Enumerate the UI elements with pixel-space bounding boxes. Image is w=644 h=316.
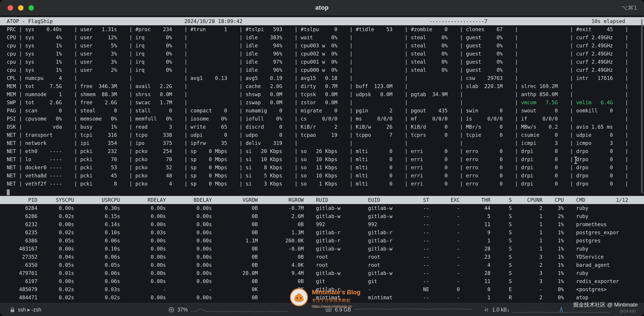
atop-system-row-psi: PSI | cpusome 0% | memsome 0% | memfull …	[0, 115, 644, 123]
process-row: 6232 0.00s 0.14s 0.00s 0.00s 0B 0B 992 9…	[0, 220, 644, 228]
atop-system-row-dsk: DSK | vda | busy 1% | read 3 | write 65 …	[0, 123, 644, 131]
watermark-text: Mintimate's Blog 专注于分享技术教程 https://www.m…	[312, 288, 360, 309]
atop-system-row-net: NET | vetha8d ---- | pcki 45 | pcko 48 |…	[0, 172, 644, 180]
process-row: 6350 0.05s 0.05s 0.00s 0.00s 0B 4.0K roo…	[0, 261, 644, 269]
atop-system-row-mem: MEM | numnode 1 | shmem 88.3M | shrss 0.…	[0, 90, 644, 98]
atop-system-row-cpu: cpu | sys 1% | user 5% | irq 0% | | idle…	[0, 41, 644, 50]
process-row: 6235 0.02s 0.10s 0.03s 0.00s 0B 1.3M git…	[0, 228, 644, 237]
atop-system-row-net: NET | network | ipi 354 | ipo 375 | ipfr…	[0, 139, 644, 147]
window-shortcut-hint: ⌥⌘1	[622, 4, 637, 11]
terminal-content[interactable]: ATOP - FlagShip 2024/10/28 18:09:42 ----…	[0, 16, 644, 303]
terminal-cursor	[7, 189, 10, 195]
atop-system-row-cpu: CPU | sys 4% | user 12% | irq 0% | | idl…	[0, 33, 644, 41]
minimize-button[interactable]	[18, 5, 24, 10]
atop-system-row-net: NET | eth0 ---- | pcki 232 | pcko 254 | …	[0, 147, 644, 155]
process-row: 6284 0.00s 0.30s 0.00s 0.00s 0B -0.7M gi…	[0, 204, 644, 212]
watermark-title: Mintimate's Blog	[312, 289, 360, 296]
watermark-mintimate: Mintimate's Blog 专注于分享技术教程 https://www.m…	[290, 288, 360, 309]
blank-line	[0, 188, 644, 196]
process-row: 6286 0.02s 0.15s 0.00s 0.00s 0B 2.6M git…	[0, 212, 644, 220]
watermark-subtitle: 专注于分享技术教程	[312, 298, 360, 303]
atop-system-row-net: NET | transport | tcpi 316 | tcpo 338 | …	[0, 131, 644, 139]
session-label: ssh ▸ -zsh	[18, 307, 41, 313]
process-row: 27352 0.04s 0.06s 0.00s 0.00s 0B 0B root…	[0, 253, 644, 261]
terminal-window: atop ⌥⌘1 ATOP - FlagShip 2024/10/28 18:0…	[0, 0, 644, 316]
process-table-body: 6284 0.00s 0.30s 0.00s 0.00s 0B -0.7M gi…	[0, 204, 644, 302]
atop-system-row-cpu: cpu | sys 1% | user 3% | irq 0% | | idle…	[0, 58, 644, 66]
mouse-text-cursor	[574, 156, 578, 164]
zoom-button[interactable]	[28, 5, 34, 10]
atop-system-row-mem: MEM | tot 7.5G | free 346.3M | avail 2.2…	[0, 82, 644, 90]
mintimate-logo	[290, 288, 308, 307]
process-row: 479761 0.01s 0.06s 0.00s 0.00s 20.0M 9.4…	[0, 269, 644, 277]
window-controls	[0, 5, 34, 10]
atop-system-row-pag: PAG | scan 0 | steal 0 | stall 0 | compa…	[0, 106, 644, 115]
atop-system-row-net: NET | vethf2f ---- | pcki 8 | pcko 4 | s…	[0, 180, 644, 188]
cpu-sparkline	[191, 306, 288, 314]
network-rate-label: 1.0 kB↓	[492, 307, 510, 313]
close-button[interactable]	[8, 5, 13, 10]
window-titlebar[interactable]: atop ⌥⌘1	[0, 0, 644, 16]
lock-icon	[10, 307, 15, 313]
window-title: atop	[0, 4, 644, 11]
statusbar-session[interactable]: ssh ▸ -zsh	[10, 303, 41, 316]
atop-system-section: PRC | sys 0.40s | user 1.31s | #proc 234…	[0, 25, 644, 188]
cpu-usage-label: 37%	[178, 307, 188, 313]
atop-system-row-net: NET | docker0 ---- | pcki 53 | pcko 52 |…	[0, 163, 644, 172]
atop-system-row-net: NET | lo ---- | pcki 70 | pcko 70 | sp 0…	[0, 155, 644, 163]
atop-system-row-swp: SWP | tot 2.6G | free 2.6G | swcac 1.7M …	[0, 98, 644, 106]
watermark-juejin: 掘金技术社区 @ Mintimate	[573, 301, 638, 308]
cpu-chip-icon	[168, 307, 174, 313]
atop-system-row-cpu: cpu | sys 1% | user 3% | irq 0% | | idle…	[0, 50, 644, 58]
network-range-label: (9/24 KB)	[620, 309, 636, 314]
atop-system-row-cpl: CPL | numcpu 4 | | | avg1 0.13 | avg5 0.…	[0, 74, 644, 82]
statusbar-cpu[interactable]: 37%	[168, 303, 288, 316]
memory-sparkline	[354, 306, 472, 314]
scrollbar-thumb[interactable]	[641, 19, 643, 193]
process-row: 483167 0.00s 0.10s 0.00s 0.00s 0B -0.6M …	[0, 245, 644, 253]
atop-system-row-prc: PRC | sys 0.40s | user 1.31s | #proc 234…	[0, 25, 644, 33]
process-row: 6197 0.00s 0.06s 0.00s 0.00s 0B 0B git g…	[0, 277, 644, 285]
atop-header-bar: ATOP - FlagShip 2024/10/28 18:09:42 ----…	[0, 17, 644, 25]
process-table-header: PID SYSCPU USRCPU RDELAY BDELAY VGROW RG…	[0, 196, 644, 204]
network-arrows-icon	[484, 307, 489, 313]
watermark-url: https://www.mintimate.cn	[312, 305, 360, 309]
atop-system-row-cpu: cpu | sys 1% | user 2% | irq 0% | | idle…	[0, 66, 644, 74]
process-row: 6386 0.05s 0.06s 0.00s 0.00s 1.1M 260.0K…	[0, 237, 644, 245]
